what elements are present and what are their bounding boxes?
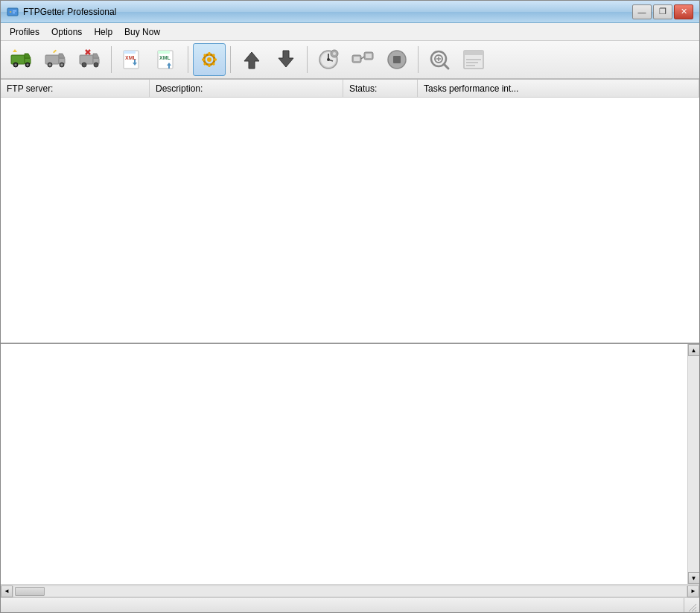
svg-point-55 [333, 52, 336, 55]
scroll-left-button[interactable]: ◄ [1, 585, 13, 597]
toolbar-separator-4 [307, 46, 308, 73]
toolbar: XML XML [1, 41, 699, 80]
svg-rect-33 [158, 51, 170, 54]
title-buttons: — ❐ ✕ [632, 4, 693, 19]
menu-buy-now[interactable]: Buy Now [118, 25, 166, 39]
edit-profile-button[interactable] [39, 43, 72, 76]
col-header-tasks: Tasks performance int... [418, 80, 699, 97]
col-header-ftp: FTP server: [1, 80, 150, 97]
svg-rect-41 [202, 59, 205, 61]
menu-help[interactable]: Help [88, 25, 118, 39]
svg-rect-69 [464, 51, 483, 55]
connections-button[interactable] [346, 43, 379, 76]
profiles-table [1, 98, 699, 344]
svg-rect-57 [354, 57, 360, 61]
scheduler-button[interactable] [312, 43, 345, 76]
svg-point-8 [15, 64, 17, 66]
window-title: FTPGetter Professional [23, 7, 632, 17]
svg-rect-28 [124, 51, 136, 54]
menu-bar: Profiles Options Help Buy Now [1, 23, 699, 41]
svg-marker-14 [59, 54, 65, 58]
restore-button[interactable]: ❐ [653, 4, 672, 19]
svg-point-23 [82, 63, 86, 67]
svg-rect-12 [45, 55, 59, 64]
horizontal-scrollbar: ◄ ► [1, 584, 699, 597]
svg-point-16 [49, 64, 51, 66]
vertical-scrollbar[interactable]: ▲ ▼ [687, 344, 699, 584]
log-panel-area: ▲ ▼ ◄ ► [1, 344, 699, 597]
svg-rect-2 [13, 10, 16, 12]
svg-rect-4 [11, 55, 25, 64]
main-area: FTP server: Description: Status: Tasks p… [1, 80, 699, 597]
title-bar: FTPGetter Professional — ❐ ✕ [1, 1, 699, 23]
svg-rect-62 [393, 56, 401, 63]
toolbar-separator-2 [188, 46, 188, 73]
scroll-track [688, 356, 700, 572]
svg-rect-36 [168, 66, 170, 69]
delete-profile-button[interactable] [74, 43, 106, 76]
svg-point-24 [94, 63, 98, 67]
h-scroll-track [13, 585, 687, 597]
settings-button[interactable] [193, 43, 226, 76]
menu-profiles[interactable]: Profiles [4, 25, 45, 39]
svg-point-38 [207, 57, 211, 62]
svg-text:XML: XML [159, 55, 171, 60]
svg-point-53 [327, 58, 330, 61]
toolbar-separator-1 [111, 46, 112, 73]
svg-marker-11 [13, 49, 17, 52]
toolbar-separator-3 [230, 46, 231, 73]
svg-marker-47 [244, 52, 259, 69]
svg-rect-59 [366, 54, 372, 58]
svg-rect-0 [7, 8, 18, 16]
svg-line-74 [695, 610, 696, 612]
log-content [1, 344, 687, 584]
svg-rect-40 [209, 64, 211, 67]
svg-rect-19 [53, 50, 57, 54]
svg-text:XML: XML [125, 55, 137, 60]
status-bar [1, 597, 699, 612]
menu-options[interactable]: Options [45, 25, 88, 39]
log-view-button[interactable] [423, 43, 456, 76]
svg-marker-22 [93, 54, 99, 58]
toolbar-separator-5 [418, 46, 419, 73]
svg-point-18 [61, 64, 63, 66]
upload-button[interactable] [235, 43, 268, 76]
svg-rect-20 [80, 55, 93, 64]
minimize-button[interactable]: — [632, 4, 652, 19]
table-header: FTP server: Description: Status: Tasks p… [1, 80, 699, 98]
app-icon [7, 6, 19, 18]
svg-rect-3 [13, 12, 15, 13]
svg-rect-31 [134, 60, 136, 63]
col-header-description: Description: [150, 80, 343, 97]
svg-line-65 [444, 64, 448, 69]
scroll-right-button[interactable]: ► [687, 585, 699, 597]
svg-marker-48 [279, 51, 293, 67]
new-profile-button[interactable] [5, 43, 38, 76]
svg-rect-42 [214, 59, 217, 61]
svg-point-10 [27, 64, 29, 66]
svg-marker-6 [25, 54, 31, 58]
size-grip [684, 600, 696, 612]
download-button[interactable] [270, 43, 302, 76]
svg-rect-39 [209, 52, 211, 55]
import-xml-button[interactable]: XML [116, 43, 149, 76]
h-scroll-thumb[interactable] [15, 587, 45, 596]
close-button[interactable]: ✕ [674, 4, 693, 19]
main-window: FTPGetter Professional — ❐ ✕ Profiles Op… [0, 0, 700, 613]
col-header-status: Status: [343, 80, 418, 97]
svg-line-60 [361, 57, 364, 59]
scroll-down-button[interactable]: ▼ [688, 572, 700, 584]
status-text [4, 598, 684, 612]
log-panel-button[interactable] [457, 43, 490, 76]
export-xml-button[interactable]: XML [150, 43, 183, 76]
scroll-up-button[interactable]: ▲ [688, 344, 700, 356]
stop-button[interactable] [381, 43, 413, 76]
